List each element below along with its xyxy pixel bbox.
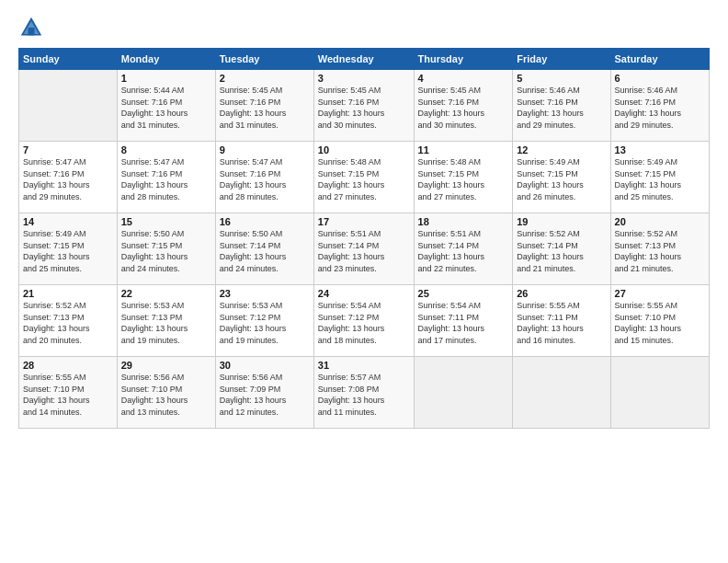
day-number: 1 bbox=[121, 73, 211, 84]
day-cell: 12Sunrise: 5:49 AM Sunset: 7:15 PM Dayli… bbox=[513, 142, 610, 213]
page: SundayMondayTuesdayWednesdayThursdayFrid… bbox=[0, 0, 728, 563]
day-number: 27 bbox=[615, 288, 705, 299]
day-number: 28 bbox=[23, 360, 113, 371]
day-info: Sunrise: 5:50 AM Sunset: 7:14 PM Dayligh… bbox=[220, 228, 310, 274]
day-number: 13 bbox=[615, 144, 705, 155]
day-cell: 7Sunrise: 5:47 AM Sunset: 7:16 PM Daylig… bbox=[19, 142, 118, 213]
day-cell: 29Sunrise: 5:56 AM Sunset: 7:10 PM Dayli… bbox=[117, 357, 215, 429]
week-row-2: 7Sunrise: 5:47 AM Sunset: 7:16 PM Daylig… bbox=[19, 142, 710, 213]
day-info: Sunrise: 5:49 AM Sunset: 7:15 PM Dayligh… bbox=[615, 156, 705, 202]
week-row-4: 21Sunrise: 5:52 AM Sunset: 7:13 PM Dayli… bbox=[19, 285, 710, 357]
day-info: Sunrise: 5:51 AM Sunset: 7:14 PM Dayligh… bbox=[318, 228, 410, 274]
day-info: Sunrise: 5:47 AM Sunset: 7:16 PM Dayligh… bbox=[220, 156, 310, 202]
day-cell bbox=[19, 70, 118, 142]
day-number: 16 bbox=[220, 216, 310, 227]
week-row-1: 1Sunrise: 5:44 AM Sunset: 7:16 PM Daylig… bbox=[19, 70, 710, 142]
day-number: 17 bbox=[318, 216, 410, 227]
day-info: Sunrise: 5:56 AM Sunset: 7:10 PM Dayligh… bbox=[121, 372, 211, 418]
weekday-header-thursday: Thursday bbox=[414, 49, 513, 70]
weekday-header-friday: Friday bbox=[513, 49, 610, 70]
day-info: Sunrise: 5:54 AM Sunset: 7:11 PM Dayligh… bbox=[418, 300, 509, 346]
day-cell: 8Sunrise: 5:47 AM Sunset: 7:16 PM Daylig… bbox=[117, 142, 215, 213]
day-cell: 27Sunrise: 5:55 AM Sunset: 7:10 PM Dayli… bbox=[610, 285, 709, 357]
day-info: Sunrise: 5:47 AM Sunset: 7:16 PM Dayligh… bbox=[121, 156, 211, 202]
day-cell bbox=[513, 357, 610, 429]
day-number: 30 bbox=[220, 360, 310, 371]
day-cell: 16Sunrise: 5:50 AM Sunset: 7:14 PM Dayli… bbox=[215, 213, 313, 285]
day-cell: 10Sunrise: 5:48 AM Sunset: 7:15 PM Dayli… bbox=[313, 142, 414, 213]
day-info: Sunrise: 5:53 AM Sunset: 7:13 PM Dayligh… bbox=[121, 300, 211, 346]
day-number: 29 bbox=[121, 360, 211, 371]
day-number: 26 bbox=[517, 288, 606, 299]
day-info: Sunrise: 5:55 AM Sunset: 7:11 PM Dayligh… bbox=[517, 300, 606, 346]
day-cell: 9Sunrise: 5:47 AM Sunset: 7:16 PM Daylig… bbox=[215, 142, 313, 213]
day-cell bbox=[414, 357, 513, 429]
day-info: Sunrise: 5:52 AM Sunset: 7:13 PM Dayligh… bbox=[615, 228, 705, 274]
day-cell: 21Sunrise: 5:52 AM Sunset: 7:13 PM Dayli… bbox=[19, 285, 118, 357]
day-cell: 13Sunrise: 5:49 AM Sunset: 7:15 PM Dayli… bbox=[610, 142, 709, 213]
day-cell: 17Sunrise: 5:51 AM Sunset: 7:14 PM Dayli… bbox=[313, 213, 414, 285]
day-info: Sunrise: 5:48 AM Sunset: 7:15 PM Dayligh… bbox=[318, 156, 410, 202]
day-cell: 22Sunrise: 5:53 AM Sunset: 7:13 PM Dayli… bbox=[117, 285, 215, 357]
day-number: 19 bbox=[517, 216, 606, 227]
day-number: 18 bbox=[418, 216, 509, 227]
day-info: Sunrise: 5:45 AM Sunset: 7:16 PM Dayligh… bbox=[418, 85, 509, 131]
day-info: Sunrise: 5:47 AM Sunset: 7:16 PM Dayligh… bbox=[23, 156, 113, 202]
day-number: 12 bbox=[517, 144, 606, 155]
day-cell: 28Sunrise: 5:55 AM Sunset: 7:10 PM Dayli… bbox=[19, 357, 118, 429]
day-cell: 24Sunrise: 5:54 AM Sunset: 7:12 PM Dayli… bbox=[313, 285, 414, 357]
day-number: 6 bbox=[615, 73, 705, 84]
day-number: 20 bbox=[615, 216, 705, 227]
weekday-header-monday: Monday bbox=[117, 49, 215, 70]
header bbox=[18, 15, 710, 40]
day-number: 23 bbox=[220, 288, 310, 299]
day-cell: 25Sunrise: 5:54 AM Sunset: 7:11 PM Dayli… bbox=[414, 285, 513, 357]
weekday-header-sunday: Sunday bbox=[19, 49, 118, 70]
day-info: Sunrise: 5:49 AM Sunset: 7:15 PM Dayligh… bbox=[517, 156, 606, 202]
day-cell: 5Sunrise: 5:46 AM Sunset: 7:16 PM Daylig… bbox=[513, 70, 610, 142]
week-row-3: 14Sunrise: 5:49 AM Sunset: 7:15 PM Dayli… bbox=[19, 213, 710, 285]
day-cell: 2Sunrise: 5:45 AM Sunset: 7:16 PM Daylig… bbox=[215, 70, 313, 142]
day-number: 11 bbox=[418, 144, 509, 155]
day-cell: 31Sunrise: 5:57 AM Sunset: 7:08 PM Dayli… bbox=[313, 357, 414, 429]
day-number: 8 bbox=[121, 144, 211, 155]
day-info: Sunrise: 5:46 AM Sunset: 7:16 PM Dayligh… bbox=[517, 85, 606, 131]
day-cell: 4Sunrise: 5:45 AM Sunset: 7:16 PM Daylig… bbox=[414, 70, 513, 142]
day-info: Sunrise: 5:44 AM Sunset: 7:16 PM Dayligh… bbox=[121, 85, 211, 131]
day-info: Sunrise: 5:57 AM Sunset: 7:08 PM Dayligh… bbox=[318, 372, 410, 418]
day-cell: 6Sunrise: 5:46 AM Sunset: 7:16 PM Daylig… bbox=[610, 70, 709, 142]
calendar: SundayMondayTuesdayWednesdayThursdayFrid… bbox=[18, 48, 710, 429]
day-info: Sunrise: 5:46 AM Sunset: 7:16 PM Dayligh… bbox=[615, 85, 705, 131]
weekday-header-wednesday: Wednesday bbox=[313, 49, 414, 70]
svg-rect-2 bbox=[28, 28, 35, 35]
day-info: Sunrise: 5:55 AM Sunset: 7:10 PM Dayligh… bbox=[615, 300, 705, 346]
day-number: 5 bbox=[517, 73, 606, 84]
day-info: Sunrise: 5:55 AM Sunset: 7:10 PM Dayligh… bbox=[23, 372, 113, 418]
day-number: 10 bbox=[318, 144, 410, 155]
day-info: Sunrise: 5:51 AM Sunset: 7:14 PM Dayligh… bbox=[418, 228, 509, 274]
day-cell: 3Sunrise: 5:45 AM Sunset: 7:16 PM Daylig… bbox=[313, 70, 414, 142]
day-number: 15 bbox=[121, 216, 211, 227]
day-info: Sunrise: 5:45 AM Sunset: 7:16 PM Dayligh… bbox=[318, 85, 410, 131]
day-number: 21 bbox=[23, 288, 113, 299]
day-number: 7 bbox=[23, 144, 113, 155]
logo-icon bbox=[18, 15, 44, 40]
day-cell bbox=[610, 357, 709, 429]
day-cell: 14Sunrise: 5:49 AM Sunset: 7:15 PM Dayli… bbox=[19, 213, 118, 285]
day-number: 24 bbox=[318, 288, 410, 299]
weekday-header-row: SundayMondayTuesdayWednesdayThursdayFrid… bbox=[19, 49, 710, 70]
day-number: 4 bbox=[418, 73, 509, 84]
day-cell: 18Sunrise: 5:51 AM Sunset: 7:14 PM Dayli… bbox=[414, 213, 513, 285]
day-number: 3 bbox=[318, 73, 410, 84]
day-cell: 30Sunrise: 5:56 AM Sunset: 7:09 PM Dayli… bbox=[215, 357, 313, 429]
day-number: 14 bbox=[23, 216, 113, 227]
week-row-5: 28Sunrise: 5:55 AM Sunset: 7:10 PM Dayli… bbox=[19, 357, 710, 429]
day-cell: 1Sunrise: 5:44 AM Sunset: 7:16 PM Daylig… bbox=[117, 70, 215, 142]
day-number: 31 bbox=[318, 360, 410, 371]
weekday-header-saturday: Saturday bbox=[610, 49, 709, 70]
day-info: Sunrise: 5:52 AM Sunset: 7:14 PM Dayligh… bbox=[517, 228, 606, 274]
day-cell: 19Sunrise: 5:52 AM Sunset: 7:14 PM Dayli… bbox=[513, 213, 610, 285]
day-info: Sunrise: 5:45 AM Sunset: 7:16 PM Dayligh… bbox=[220, 85, 310, 131]
day-cell: 26Sunrise: 5:55 AM Sunset: 7:11 PM Dayli… bbox=[513, 285, 610, 357]
day-cell: 23Sunrise: 5:53 AM Sunset: 7:12 PM Dayli… bbox=[215, 285, 313, 357]
